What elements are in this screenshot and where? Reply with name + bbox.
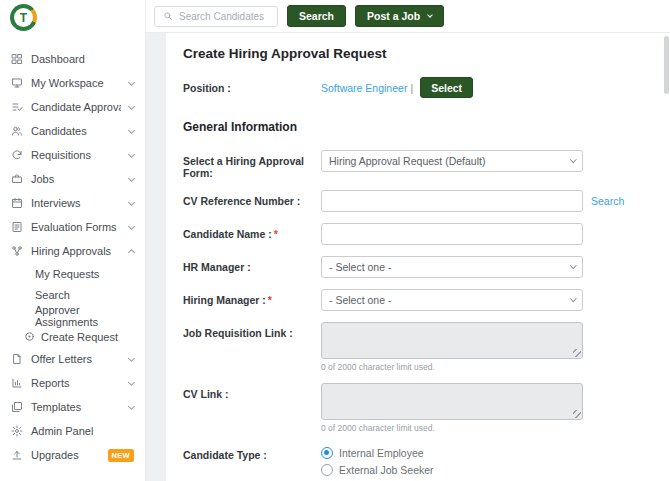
position-select-button[interactable]: Select <box>420 77 473 98</box>
cv-link-textarea[interactable] <box>321 383 583 420</box>
sidebar-item-label: My Workspace <box>31 77 104 89</box>
chevron-down-icon <box>570 295 576 301</box>
sidebar-item-approver-assignments[interactable]: Approver Assignments <box>0 305 145 326</box>
section-title: General Information <box>183 120 654 134</box>
scrollbar-thumb[interactable] <box>664 36 669 94</box>
sidebar-item-label: Candidate Approval <box>31 101 121 113</box>
form-row-candidate-name: Candidate Name :* <box>183 223 654 245</box>
chevron-down-icon <box>129 358 134 361</box>
form-row-cv-ref: CV Reference Number : Search <box>183 190 654 212</box>
requisitions-icon <box>11 149 23 161</box>
reports-icon <box>11 377 23 389</box>
candidate-type-radio-group: Internal Employee External Job Seeker <box>321 444 583 476</box>
hiring-manager-select[interactable]: - Select one - <box>321 289 583 311</box>
sidebar-item-candidates[interactable]: Candidates <box>0 119 145 143</box>
search-icon <box>163 11 173 21</box>
sidebar-item-label: Requisitions <box>31 149 91 161</box>
sidebar-item-candidate-approval[interactable]: Candidate Approval <box>0 95 145 119</box>
form-row-hiring-manager: Hiring Manager :* - Select one - <box>183 289 654 311</box>
sidebar-item-requisitions[interactable]: Requisitions <box>0 143 145 167</box>
candidate-name-input[interactable] <box>321 223 583 245</box>
hr-manager-select[interactable]: - Select one - <box>321 256 583 278</box>
radio-selected-icon <box>321 447 333 459</box>
hiring-manager-select-value: - Select one - <box>329 294 391 306</box>
main-area: Search Post a Job Create Hiring Approval… <box>146 0 670 481</box>
job-req-link-label: Job Requisition Link : <box>183 322 321 339</box>
sidebar-nav: DashboardMy WorkspaceCandidate ApprovalC… <box>0 47 145 467</box>
job-req-link-textarea[interactable] <box>321 322 583 359</box>
brand-logo-letter: T <box>14 8 33 27</box>
form-row-candidate-type: Candidate Type : Internal Employee Exter… <box>183 444 654 476</box>
chevron-down-icon <box>570 262 576 268</box>
radio-internal-employee[interactable]: Internal Employee <box>321 447 583 459</box>
chevron-down-icon <box>129 130 134 133</box>
admin-panel-icon <box>11 425 23 437</box>
sidebar-item-search[interactable]: Search <box>0 284 145 305</box>
sidebar-item-upgrades[interactable]: UpgradesNEW <box>0 443 145 467</box>
sidebar-item-label: Templates <box>31 401 81 413</box>
candidates-icon <box>11 125 23 137</box>
templates-icon <box>11 401 23 413</box>
cv-ref-search-link[interactable]: Search <box>591 190 624 207</box>
position-label: Position : <box>183 82 321 94</box>
upgrades-icon <box>11 449 23 461</box>
sidebar-item-label: Upgrades <box>31 449 79 461</box>
sidebar-item-jobs[interactable]: Jobs <box>0 167 145 191</box>
sidebar-item-label: Dashboard <box>31 53 85 65</box>
radio-external-label: External Job Seeker <box>339 464 434 476</box>
sidebar-item-hiring-approvals[interactable]: Hiring Approvals <box>0 239 145 263</box>
hr-manager-select-value: - Select one - <box>329 261 391 273</box>
approval-form-select[interactable]: Hiring Approval Request (Default) <box>321 150 583 172</box>
sidebar-item-label: Candidates <box>31 125 87 137</box>
sidebar-item-dashboard[interactable]: Dashboard <box>0 47 145 71</box>
sidebar-item-label: Reports <box>31 377 70 389</box>
hiring-manager-label-text: Hiring Manager : <box>183 294 266 306</box>
search-input[interactable] <box>179 11 269 22</box>
chevron-down-icon <box>129 82 134 85</box>
candidate-name-label: Candidate Name :* <box>183 223 321 240</box>
sidebar-item-label: My Requests <box>35 268 99 280</box>
cv-link-counter: 0 of 2000 character limit used. <box>321 423 583 433</box>
cv-link-label: CV Link : <box>183 383 321 400</box>
chevron-down-icon <box>129 154 134 157</box>
chevron-down-icon <box>129 406 134 409</box>
sidebar-item-label: Admin Panel <box>31 425 93 437</box>
sidebar-item-admin-panel[interactable]: Admin Panel <box>0 419 145 443</box>
sidebar-item-label: Approver Assignments <box>35 304 135 328</box>
logo[interactable]: T <box>0 0 145 39</box>
sidebar-item-create-request[interactable]: Create Request <box>0 326 145 347</box>
sidebar-item-reports[interactable]: Reports <box>0 371 145 395</box>
position-separator: | <box>410 82 413 94</box>
chevron-down-icon <box>129 106 134 109</box>
candidate-search-box[interactable] <box>154 6 278 27</box>
brand-logo-ring: T <box>10 4 37 31</box>
sidebar-item-offer-letters[interactable]: Offer Letters <box>0 347 145 371</box>
evaluation-forms-icon <box>11 221 23 233</box>
job-req-link-counter: 0 of 2000 character limit used. <box>321 362 583 372</box>
sidebar-item-my-workspace[interactable]: My Workspace <box>0 71 145 95</box>
app-window: T DashboardMy WorkspaceCandidate Approva… <box>0 0 670 481</box>
cv-ref-input[interactable] <box>321 190 583 212</box>
chevron-up-icon <box>129 247 134 255</box>
form-row-hr-manager: HR Manager : - Select one - <box>183 256 654 278</box>
sidebar-item-my-requests[interactable]: My Requests <box>0 263 145 284</box>
candidate-type-label: Candidate Type : <box>183 444 321 461</box>
chevron-down-icon <box>570 156 576 162</box>
content-card: Create Hiring Approval Request Position … <box>166 33 670 481</box>
search-button[interactable]: Search <box>287 5 346 27</box>
radio-external-job-seeker[interactable]: External Job Seeker <box>321 464 583 476</box>
position-value-link[interactable]: Software Engineer <box>321 82 407 94</box>
cv-ref-label: CV Reference Number : <box>183 190 321 207</box>
chevron-down-icon <box>427 12 433 18</box>
sidebar-item-label: Evaluation Forms <box>31 221 117 233</box>
radio-unselected-icon <box>321 464 333 476</box>
offer-letters-icon <box>11 353 23 365</box>
sidebar-item-templates[interactable]: Templates <box>0 395 145 419</box>
post-a-job-button[interactable]: Post a Job <box>355 5 444 27</box>
sidebar-item-evaluation-forms[interactable]: Evaluation Forms <box>0 215 145 239</box>
form-row-approval-form: Select a Hiring Approval Form: Hiring Ap… <box>183 150 654 179</box>
sidebar-item-label: Jobs <box>31 173 54 185</box>
sidebar-item-label: Search <box>35 289 70 301</box>
approval-form-select-value: Hiring Approval Request (Default) <box>329 155 485 167</box>
sidebar-item-interviews[interactable]: Interviews <box>0 191 145 215</box>
